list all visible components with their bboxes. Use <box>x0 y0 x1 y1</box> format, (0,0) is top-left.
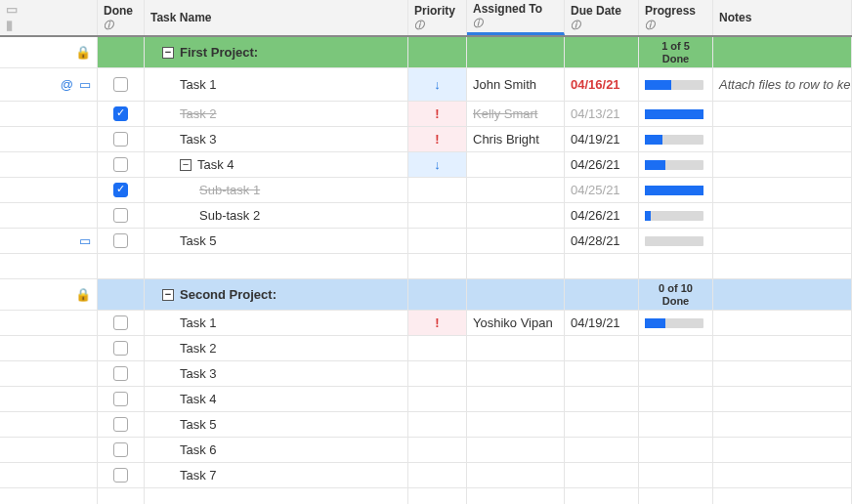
task-row[interactable]: Task 6 <box>0 438 852 463</box>
task-row[interactable]: Task 2!Kelly Smart04/13/21 <box>0 102 852 127</box>
done-cell[interactable] <box>98 463 145 487</box>
due-cell[interactable]: 04/16/21 <box>565 68 639 101</box>
due-cell[interactable]: 04/26/21 <box>565 152 639 177</box>
done-cell[interactable] <box>98 311 145 335</box>
progress-cell[interactable] <box>639 438 713 462</box>
progress-cell[interactable] <box>639 68 713 101</box>
done-cell[interactable] <box>98 152 145 177</box>
done-cell[interactable] <box>98 361 145 386</box>
due-cell[interactable]: 04/26/21 <box>565 203 639 228</box>
due-cell[interactable] <box>565 387 639 411</box>
col-done[interactable]: Done ⓘ <box>98 0 145 35</box>
done-checkbox[interactable] <box>113 106 128 121</box>
notes-cell[interactable] <box>713 311 852 335</box>
done-cell[interactable] <box>98 387 145 411</box>
progress-cell[interactable] <box>639 178 713 202</box>
assigned-cell[interactable]: Yoshiko Vipan <box>467 311 565 335</box>
notes-cell[interactable] <box>713 387 852 411</box>
col-assigned[interactable]: Assigned To ⓘ <box>467 0 565 35</box>
task-row[interactable]: Task 7 <box>0 463 852 488</box>
done-checkbox[interactable] <box>113 468 128 483</box>
due-cell[interactable] <box>565 412 639 437</box>
assigned-cell[interactable] <box>467 152 565 177</box>
priority-cell[interactable] <box>408 387 467 411</box>
progress-bar[interactable] <box>645 80 703 90</box>
assigned-cell[interactable]: John Smith <box>467 68 565 101</box>
task-row[interactable]: Sub-task 204/26/21 <box>0 203 852 229</box>
due-cell[interactable]: 04/19/21 <box>565 127 639 151</box>
due-cell[interactable]: 04/19/21 <box>565 311 639 335</box>
task-name-cell[interactable]: Task 1 <box>145 311 408 335</box>
task-name-cell[interactable]: Task 3 <box>145 361 408 386</box>
assigned-cell[interactable] <box>467 361 565 386</box>
assigned-cell[interactable]: Kelly Smart <box>467 102 565 126</box>
collapse-icon[interactable]: − <box>162 289 174 301</box>
due-cell[interactable] <box>565 438 639 462</box>
due-cell[interactable]: 04/13/21 <box>565 102 639 126</box>
col-task-name[interactable]: Task Name <box>145 0 408 35</box>
group-header[interactable]: 🔒−First Project:1 of 5Done <box>0 37 852 68</box>
progress-cell[interactable] <box>639 102 713 126</box>
group-title-cell[interactable]: −Second Project: <box>145 279 408 310</box>
progress-bar[interactable] <box>645 135 703 145</box>
task-row[interactable]: Task 4 <box>0 387 852 412</box>
progress-bar[interactable] <box>645 236 703 246</box>
progress-bar[interactable] <box>645 109 703 119</box>
done-cell[interactable] <box>98 102 145 126</box>
progress-cell[interactable] <box>639 336 713 360</box>
group-title-cell[interactable]: −First Project: <box>145 37 408 67</box>
progress-bar[interactable] <box>645 160 703 170</box>
priority-cell[interactable]: ↓ <box>408 152 467 177</box>
task-row[interactable]: Task 3!Chris Bright04/19/21 <box>0 127 852 152</box>
done-cell[interactable] <box>98 178 145 202</box>
done-cell[interactable] <box>98 229 145 253</box>
assigned-cell[interactable] <box>467 412 565 437</box>
done-cell[interactable] <box>98 412 145 437</box>
task-name-cell[interactable]: Task 2 <box>145 336 408 360</box>
task-name-cell[interactable]: Task 7 <box>145 463 408 487</box>
notes-cell[interactable] <box>713 412 852 437</box>
task-row[interactable]: Task 5 <box>0 412 852 438</box>
task-name-cell[interactable]: Task 1 <box>145 68 408 101</box>
progress-bar[interactable] <box>645 318 703 328</box>
progress-cell[interactable] <box>639 203 713 228</box>
task-name-cell[interactable]: Sub-task 2 <box>145 203 408 228</box>
task-row[interactable]: Task 1!Yoshiko Vipan04/19/21 <box>0 311 852 336</box>
priority-cell[interactable] <box>408 438 467 462</box>
assigned-cell[interactable] <box>467 336 565 360</box>
notes-cell[interactable] <box>713 336 852 360</box>
task-row[interactable]: @ ▭Task 1↓John Smith04/16/21Attach files… <box>0 68 852 102</box>
priority-cell[interactable] <box>408 178 467 202</box>
done-checkbox[interactable] <box>113 183 128 197</box>
done-checkbox[interactable] <box>113 315 128 330</box>
notes-cell[interactable] <box>713 102 852 126</box>
assigned-cell[interactable] <box>467 178 565 202</box>
task-row[interactable]: Task 3 <box>0 361 852 387</box>
done-checkbox[interactable] <box>113 157 128 172</box>
done-cell[interactable] <box>98 336 145 360</box>
done-checkbox[interactable] <box>113 366 128 381</box>
col-progress[interactable]: Progress ⓘ <box>639 0 713 35</box>
comment-icon[interactable]: ▭ <box>79 77 91 92</box>
col-priority[interactable]: Priority ⓘ <box>408 0 467 35</box>
done-cell[interactable] <box>98 438 145 462</box>
done-checkbox[interactable] <box>113 208 128 223</box>
assigned-cell[interactable] <box>467 203 565 228</box>
col-notes[interactable]: Notes <box>713 0 852 35</box>
progress-cell[interactable] <box>639 229 713 253</box>
collapse-icon[interactable]: − <box>180 159 192 171</box>
assigned-cell[interactable] <box>467 438 565 462</box>
comment-icon[interactable]: ▭ <box>79 233 91 248</box>
task-name-cell[interactable]: Task 5 <box>145 229 408 253</box>
group-header[interactable]: 🔒−Second Project:0 of 10Done <box>0 279 852 311</box>
task-row[interactable]: ▭Task 504/28/21 <box>0 229 852 254</box>
priority-cell[interactable] <box>408 412 467 437</box>
progress-cell[interactable] <box>639 387 713 411</box>
priority-cell[interactable]: ! <box>408 127 467 151</box>
task-row[interactable]: Sub-task 104/25/21 <box>0 178 852 203</box>
task-name-cell[interactable]: −Task 4 <box>145 152 408 177</box>
priority-cell[interactable] <box>408 203 467 228</box>
col-due[interactable]: Due Date ⓘ <box>565 0 639 35</box>
assigned-cell[interactable] <box>467 229 565 253</box>
due-cell[interactable]: 04/25/21 <box>565 178 639 202</box>
